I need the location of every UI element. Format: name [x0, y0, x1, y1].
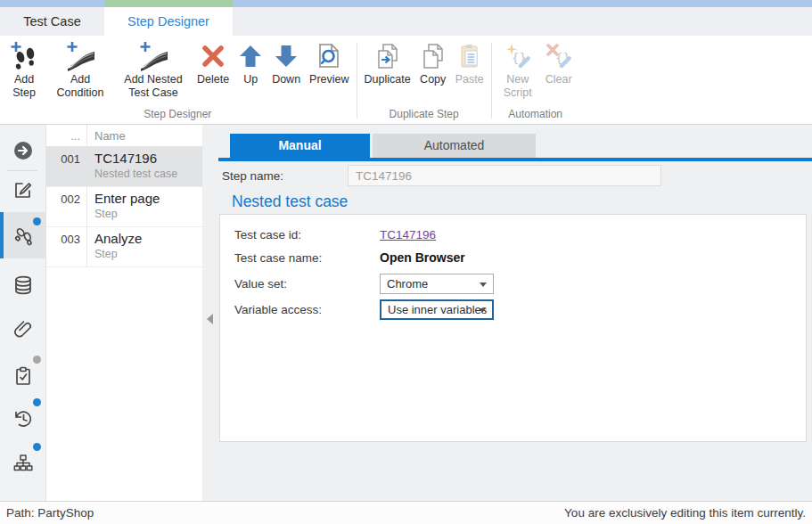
sidebar-item-steps[interactable] [0, 212, 46, 258]
arrow-down-icon [274, 40, 299, 72]
active-tab-accent-strip [104, 0, 233, 7]
value-set-selected: Chrome [387, 277, 428, 291]
test-case-name-row: Test case name: Open Browser [234, 247, 465, 268]
add-condition-button[interactable]: Add Condition [46, 36, 114, 100]
step-subtitle: Step [94, 248, 202, 260]
duplicate-button[interactable]: Duplicate [360, 36, 415, 86]
clear-icon: {} [545, 40, 572, 72]
duplicate-icon [374, 40, 401, 72]
preview-icon [316, 40, 341, 72]
preview-button[interactable]: Preview [305, 36, 353, 86]
sidebar-item-history[interactable] [0, 401, 46, 437]
step-list-header: ... Name [46, 125, 202, 147]
add-step-button[interactable]: Add Step [2, 36, 46, 100]
add-step-icon [10, 40, 38, 72]
delete-icon [201, 40, 226, 72]
step-row-003[interactable]: 003 Analyze Step [46, 227, 202, 267]
variable-access-label: Variable access: [234, 303, 380, 316]
sidebar-item-navigate[interactable] [0, 132, 46, 169]
sidebar-item-checklist[interactable] [0, 358, 46, 394]
step-title: TC147196 [94, 151, 202, 168]
copy-button[interactable]: Copy [415, 36, 451, 86]
section-title: Nested test case [232, 192, 348, 211]
new-script-icon: {} [504, 40, 531, 72]
group-label-automation: Automation [495, 108, 577, 124]
status-bar: Path: PartyShop You are exclusively edit… [0, 501, 812, 524]
database-icon [12, 274, 34, 296]
detail-tab-bar: Manual Automated [218, 134, 812, 161]
sidebar-item-hierarchy[interactable] [0, 446, 46, 481]
steps-badge [33, 217, 41, 225]
checklist-badge [33, 356, 41, 364]
paste-button[interactable]: Paste [451, 36, 488, 86]
ribbon-tab-bar: Test Case Step Designer [0, 7, 812, 36]
add-step-label: Add Step [6, 73, 42, 100]
collapse-panel-icon[interactable] [207, 314, 213, 324]
sidebar-item-attachments[interactable] [0, 312, 46, 348]
test-case-name-value: Open Browser [380, 250, 465, 265]
value-set-row: Value set: Chrome [234, 273, 494, 294]
add-condition-label: Add Condition [51, 73, 110, 100]
down-label: Down [272, 73, 300, 86]
value-set-dropdown[interactable]: Chrome [380, 274, 494, 294]
hierarchy-badge [33, 443, 41, 451]
step-row-001[interactable]: 001 TC147196 Nested test case [46, 147, 202, 187]
sidebar-item-edit[interactable] [0, 172, 46, 208]
tab-step-designer[interactable]: Step Designer [104, 7, 233, 36]
up-label: Up [243, 73, 258, 86]
hierarchy-sitemap-icon [12, 453, 34, 474]
step-subtitle: Step [94, 208, 202, 220]
tab-manual[interactable]: Manual [230, 134, 370, 158]
status-path: Path: PartyShop [6, 506, 94, 520]
ribbon-separator [357, 43, 357, 119]
up-button[interactable]: Up [234, 36, 267, 86]
step-name-row: Step name: [222, 165, 661, 186]
step-title: Enter page [94, 191, 202, 208]
sidebar-divider [7, 170, 37, 171]
new-script-button[interactable]: {} New Script [495, 36, 541, 100]
add-nested-test-case-icon [138, 40, 168, 72]
panel-splitter[interactable] [203, 125, 218, 501]
step-name-label: Step name: [222, 169, 348, 183]
down-button[interactable]: Down [267, 36, 305, 86]
detail-panel: Manual Automated Step name: Nested test … [218, 125, 812, 501]
ribbon-group-duplicate-step: Duplicate Copy [360, 36, 488, 124]
footsteps-icon [12, 225, 34, 246]
tab-automated[interactable]: Automated [373, 134, 536, 158]
test-case-id-link[interactable]: TC147196 [380, 228, 436, 242]
navigate-circle-arrow-icon [12, 140, 34, 161]
window-accent-strip [0, 0, 812, 7]
copy-icon [420, 40, 447, 72]
step-row-002[interactable]: 002 Enter page Step [46, 187, 202, 227]
add-nested-test-case-button[interactable]: Add Nested Test Case [114, 36, 193, 100]
status-message: You are exclusively editing this item cu… [564, 506, 806, 520]
ribbon-group-step-designer: Add Step Add Condition [2, 36, 354, 124]
paste-icon [456, 40, 483, 72]
ribbon-separator [491, 43, 492, 119]
preview-label: Preview [309, 73, 349, 86]
copy-label: Copy [420, 73, 446, 86]
delete-button[interactable]: Delete [193, 36, 234, 86]
variable-access-dropdown[interactable]: Use inner variables [380, 299, 494, 320]
sidebar-item-data[interactable] [0, 267, 46, 303]
clear-button[interactable]: {} Clear [541, 36, 577, 86]
add-nested-test-case-label: Add Nested Test Case [119, 73, 188, 100]
group-label-step-designer: Step Designer [2, 108, 354, 124]
step-number: 002 [46, 187, 87, 226]
arrow-up-icon [238, 40, 263, 72]
variable-access-row: Variable access: Use inner variables [234, 299, 494, 320]
step-name-input[interactable] [348, 165, 661, 186]
clear-label: Clear [545, 73, 572, 86]
clipboard-check-icon [12, 365, 34, 387]
duplicate-label: Duplicate [365, 73, 411, 86]
ribbon-group-automation: {} New Script {} Clear [495, 36, 577, 124]
chevron-down-icon [479, 308, 486, 313]
history-clock-icon [12, 408, 34, 430]
column-header-name: Name [87, 125, 202, 146]
main-area: ... Name 001 TC147196 Nested test case 0… [0, 125, 812, 501]
step-subtitle: Nested test case [94, 168, 202, 180]
paperclip-icon [12, 319, 34, 340]
paste-label: Paste [455, 73, 484, 86]
tab-test-case[interactable]: Test Case [0, 7, 104, 36]
group-label-duplicate-step: Duplicate Step [360, 108, 488, 124]
